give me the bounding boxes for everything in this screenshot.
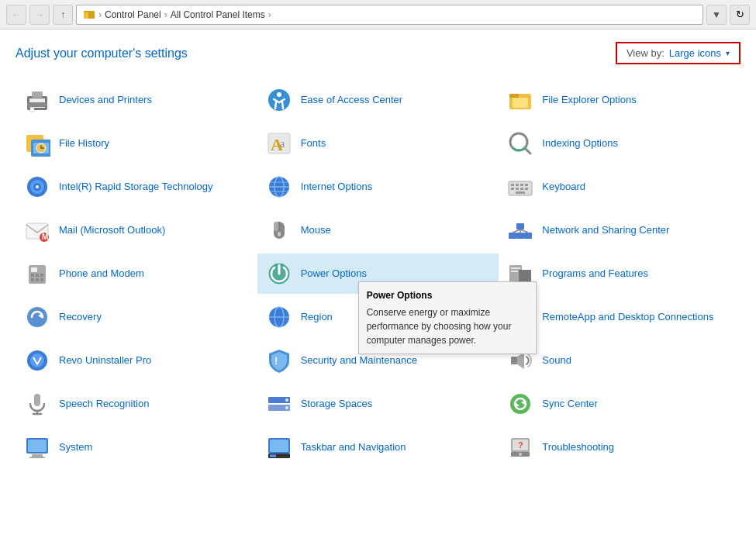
item-recovery[interactable]: Recovery <box>16 297 257 337</box>
item-sync[interactable]: Sync Center <box>499 384 740 424</box>
svg-point-25 <box>36 185 39 188</box>
mail-icon: M <box>23 216 51 244</box>
svg-rect-93 <box>32 454 43 457</box>
region-label: Region <box>301 311 333 324</box>
mouse-icon <box>265 216 293 244</box>
svg-rect-81 <box>34 394 40 406</box>
svg-rect-80 <box>511 357 517 364</box>
storage-label: Storage Spaces <box>301 398 373 411</box>
svg-rect-34 <box>520 184 523 186</box>
breadcrumb-control-panel[interactable]: Control Panel <box>105 9 161 20</box>
item-file-history[interactable]: File History <box>16 123 257 164</box>
item-intel-storage[interactable]: Intel(R) Rapid Storage Technology <box>16 167 257 207</box>
svg-rect-59 <box>40 274 43 277</box>
svg-rect-92 <box>28 440 47 452</box>
item-keyboard[interactable]: Keyboard <box>499 167 740 207</box>
header-row: Adjust your computer's settings View by:… <box>16 42 740 64</box>
svg-rect-57 <box>31 274 34 277</box>
item-fonts[interactable]: AaFonts <box>257 123 499 164</box>
up-button[interactable]: ↑ <box>53 5 73 25</box>
mouse-label: Mouse <box>301 224 331 237</box>
view-by-box[interactable]: View by: Large icons ▾ <box>616 42 740 64</box>
forward-button[interactable]: → <box>29 5 50 25</box>
svg-rect-35 <box>525 184 528 186</box>
revo-icon <box>23 347 51 374</box>
dropdown-button[interactable]: ▼ <box>706 5 727 25</box>
item-file-explorer[interactable]: File Explorer Options <box>499 80 740 120</box>
svg-rect-60 <box>31 278 34 281</box>
taskbar-icon <box>265 433 293 461</box>
mail-label: Mail (Microsoft Outlook) <box>59 224 165 237</box>
system-icon <box>23 433 51 461</box>
speech-label: Speech Recognition <box>59 398 149 411</box>
svg-rect-40 <box>525 188 528 190</box>
system-label: System <box>59 441 92 454</box>
svg-rect-6 <box>30 108 34 112</box>
item-speech[interactable]: Speech Recognition <box>16 384 257 424</box>
item-storage[interactable]: Storage Spaces <box>257 384 499 424</box>
item-mouse[interactable]: Mouse <box>257 210 499 250</box>
svg-rect-50 <box>524 233 532 239</box>
svg-rect-37 <box>516 188 519 190</box>
item-devices-printers[interactable]: Devices and Printers <box>16 80 257 120</box>
item-ease-access[interactable]: Ease of Access Center <box>257 80 499 120</box>
item-internet-options[interactable]: Internet Options <box>257 167 499 207</box>
internet-options-label: Internet Options <box>301 181 373 194</box>
svg-rect-39 <box>520 188 523 190</box>
item-indexing[interactable]: Indexing Options <box>499 123 740 164</box>
region-icon <box>265 303 293 331</box>
item-mail[interactable]: MMail (Microsoft Outlook) <box>16 210 257 250</box>
sync-icon <box>506 390 534 418</box>
svg-text:?: ? <box>518 440 523 450</box>
security-icon: ! <box>265 347 293 374</box>
view-by-value[interactable]: Large icons <box>669 47 721 59</box>
refresh-button[interactable]: ↻ <box>730 5 750 25</box>
svg-point-68 <box>27 307 47 327</box>
svg-point-102 <box>519 453 522 456</box>
file-explorer-label: File Explorer Options <box>542 94 636 107</box>
ease-access-label: Ease of Access Center <box>301 94 403 107</box>
svg-rect-11 <box>513 98 528 108</box>
item-troubleshooting[interactable]: ?Troubleshooting <box>499 427 740 467</box>
item-power-options[interactable]: Power OptionsPower OptionsConserve energ… <box>257 254 499 294</box>
remote-app-label: RemoteApp and Desktop Connections <box>542 311 713 324</box>
svg-text:M: M <box>42 233 48 241</box>
network-label: Network and Sharing Center <box>542 224 669 237</box>
speech-icon <box>23 390 51 418</box>
breadcrumb-all-items[interactable]: All Control Panel Items <box>171 9 265 20</box>
svg-rect-67 <box>511 271 518 272</box>
item-network[interactable]: Network and Sharing Center <box>499 210 740 250</box>
svg-rect-45 <box>274 222 279 231</box>
address-bar[interactable]: › Control Panel › All Control Panel Item… <box>76 5 703 25</box>
taskbar-label: Taskbar and Navigation <box>301 441 406 454</box>
tooltip-title: Power Options <box>367 288 528 302</box>
svg-rect-1 <box>84 12 88 19</box>
svg-rect-4 <box>27 102 47 107</box>
item-system[interactable]: System <box>16 427 257 467</box>
breadcrumb-separator-2: › <box>164 9 167 20</box>
svg-text:a: a <box>280 138 285 150</box>
keyboard-label: Keyboard <box>542 181 585 194</box>
svg-rect-61 <box>36 278 39 281</box>
svg-rect-96 <box>270 440 288 452</box>
indexing-icon <box>506 129 534 157</box>
svg-point-87 <box>285 406 288 409</box>
security-label: Security and Maintenance <box>301 354 417 367</box>
network-icon <box>506 216 534 244</box>
view-by-label: View by: <box>627 47 665 59</box>
item-phone-modem[interactable]: Phone and Modem <box>16 254 257 294</box>
back-button[interactable]: ← <box>6 5 26 25</box>
svg-rect-58 <box>36 274 39 277</box>
intel-storage-label: Intel(R) Rapid Storage Technology <box>59 181 213 194</box>
devices-printers-label: Devices and Printers <box>59 94 152 107</box>
power-options-label: Power Options <box>301 267 367 281</box>
sync-label: Sync Center <box>542 398 598 411</box>
svg-rect-5 <box>32 91 43 98</box>
view-by-dropdown-arrow[interactable]: ▾ <box>726 49 730 57</box>
svg-point-8 <box>277 92 281 97</box>
item-taskbar[interactable]: Taskbar and Navigation <box>257 427 499 467</box>
item-revo[interactable]: Revo Uninstaller Pro <box>16 340 257 381</box>
svg-line-52 <box>513 229 520 233</box>
svg-rect-32 <box>511 184 514 186</box>
svg-rect-98 <box>270 455 276 457</box>
